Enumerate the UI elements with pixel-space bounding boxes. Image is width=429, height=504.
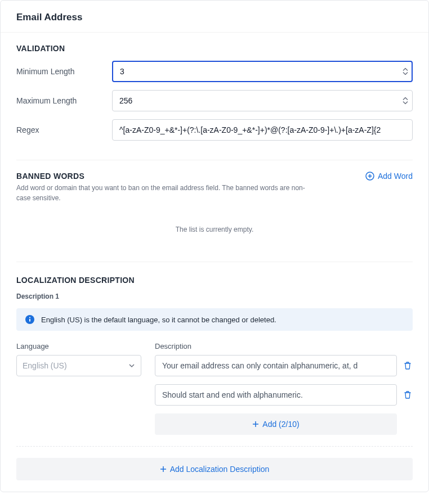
regex-row: Regex <box>16 119 413 141</box>
language-select[interactable]: English (US) <box>16 355 141 376</box>
description-row-2: Should start and end with alphanumeric. <box>155 384 413 406</box>
plus-icon <box>252 421 259 428</box>
description-input-2[interactable]: Should start and end with alphanumeric. <box>155 384 397 406</box>
validation-title: VALIDATION <box>16 44 413 53</box>
language-column: Language English (US) <box>16 342 141 435</box>
delete-description-button[interactable] <box>403 390 413 400</box>
description-text: Should start and end with alphanumeric. <box>162 390 303 399</box>
page-title: Email Address <box>16 12 413 23</box>
max-length-row: Maximum Length <box>16 90 413 111</box>
card-header: Email Address <box>1 1 428 33</box>
trash-icon <box>403 390 412 399</box>
number-spinner[interactable] <box>403 97 408 105</box>
description-column: Description Your email address can only … <box>155 342 413 435</box>
chevron-up-icon <box>403 68 408 71</box>
regex-input[interactable] <box>112 119 413 141</box>
empty-list-text: The list is currently empty. <box>16 203 413 250</box>
banned-subtitle: Add word or domain that you want to ban … <box>16 183 309 203</box>
min-length-label: Minimum Length <box>16 67 112 76</box>
settings-card: Email Address VALIDATION Minimum Length … <box>0 0 429 492</box>
localization-section: LOCALIZATION DESCRIPTION Description 1 E… <box>1 270 428 492</box>
banned-title: BANNED WORDS <box>16 172 309 181</box>
validation-section: VALIDATION Minimum Length Maximum Length <box>1 33 428 152</box>
banned-words-section: BANNED WORDS Add word or domain that you… <box>1 168 428 254</box>
description-row-1: Your email address can only contain alph… <box>155 355 413 376</box>
svg-rect-3 <box>29 319 30 322</box>
localization-title: LOCALIZATION DESCRIPTION <box>16 276 413 285</box>
max-length-input-wrapper <box>112 90 413 111</box>
info-icon <box>25 315 34 324</box>
language-value: English (US) <box>23 361 67 370</box>
banned-header-row: BANNED WORDS Add word or domain that you… <box>16 172 413 203</box>
max-length-input[interactable] <box>112 90 413 111</box>
info-banner: English (US) is the default language, so… <box>16 308 413 331</box>
min-length-input-wrapper <box>112 61 413 82</box>
description-n-label: Description 1 <box>16 292 413 300</box>
language-label: Language <box>16 342 141 350</box>
add-word-label: Add Word <box>378 172 413 181</box>
chevron-down-icon <box>403 101 408 105</box>
max-length-label: Maximum Length <box>16 96 112 105</box>
plus-icon <box>160 466 167 472</box>
number-spinner[interactable] <box>403 68 408 75</box>
min-length-row: Minimum Length <box>16 61 413 82</box>
localization-row: Language English (US) Description Your e… <box>16 342 413 435</box>
divider <box>16 160 413 160</box>
dashed-divider <box>16 446 413 447</box>
plus-circle-icon <box>365 172 374 181</box>
description-label: Description <box>155 342 413 350</box>
add-localization-button[interactable]: Add Localization Description <box>16 458 413 480</box>
add-description-button[interactable]: Add (2/10) <box>155 413 397 435</box>
svg-point-2 <box>29 317 30 318</box>
add-localization-label: Add Localization Description <box>170 465 270 474</box>
chevron-down-icon <box>403 72 408 75</box>
delete-description-button[interactable] <box>403 361 413 371</box>
trash-icon <box>403 361 412 370</box>
add-word-button[interactable]: Add Word <box>365 172 413 181</box>
info-banner-text: English (US) is the default language, so… <box>41 316 276 324</box>
divider <box>16 262 413 262</box>
description-input-1[interactable]: Your email address can only contain alph… <box>155 355 397 376</box>
description-text: Your email address can only contain alph… <box>162 361 358 370</box>
chevron-down-icon <box>128 362 135 369</box>
regex-input-wrapper <box>112 119 413 141</box>
chevron-up-icon <box>403 97 408 101</box>
regex-label: Regex <box>16 125 112 134</box>
add-inline-label: Add (2/10) <box>262 420 299 429</box>
min-length-input[interactable] <box>112 61 413 82</box>
banned-header-text: BANNED WORDS Add word or domain that you… <box>16 172 309 203</box>
